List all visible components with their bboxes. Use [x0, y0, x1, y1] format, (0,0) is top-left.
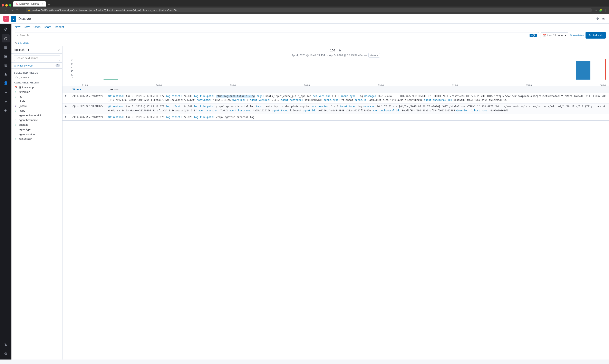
sidebar-item-recently-viewed[interactable]: ⏱ — [2, 25, 10, 33]
kibana-logo: K — [3, 16, 9, 22]
expand-row-1-button[interactable]: ▶ — [65, 94, 67, 97]
back-button[interactable]: ← — [4, 8, 9, 12]
refresh-icon: ↻ — [589, 34, 591, 37]
results-table: Time ▼ _source — [63, 86, 609, 121]
sidebar-item-dashboard[interactable]: ▣ — [2, 52, 10, 60]
time-column-header[interactable]: Time ▼ — [70, 86, 106, 93]
panel-collapse-button[interactable]: ◁ — [58, 48, 60, 52]
refresh-button[interactable]: ↻ Refresh — [585, 32, 606, 39]
expand-row-2-button[interactable]: ▶ — [65, 105, 67, 107]
extensions-icon[interactable]: 🧩 — [599, 9, 602, 12]
kibana-app: K D Discover ⚙ ✉ ⏱ ◎ ▦ ▣ ⊞ ♟ 👤 ⌁ ⏚ ◈ ↻ ⚙ — [0, 14, 609, 360]
tab-close-button[interactable]: ✕ — [41, 3, 43, 5]
share-button[interactable]: Share — [44, 25, 51, 28]
sidebar-item-settings[interactable]: ⚙ — [2, 350, 10, 358]
field-name-agent-ephemeral-id: agent.ephemeral_id — [19, 114, 42, 117]
address-bar[interactable]: 🔒 localhost:5601/app/kibana#/discover?_g… — [26, 8, 592, 12]
field-item-agent-type[interactable]: t agent.type — [14, 127, 60, 132]
bookmark-icon[interactable]: ☆ — [595, 9, 597, 12]
time-picker[interactable]: 📅 Last 24 hours ▾ — [541, 32, 568, 38]
source-column-header[interactable]: _source — [106, 86, 609, 93]
settings-icon-btn[interactable]: ⚙ — [595, 16, 600, 21]
tab-favicon: K — [16, 2, 18, 5]
top-bar-actions: ⚙ ✉ — [595, 16, 606, 21]
auto-interval-select[interactable]: Auto ▾ — [368, 53, 380, 58]
field-item-timestamp[interactable]: 📅 @timestamp — [14, 85, 60, 90]
source-key-agent-hostname-1: agent.hostname: — [281, 99, 303, 101]
field-item-score[interactable]: # _score — [14, 104, 60, 108]
sidebar-item-uptime[interactable]: ↻ — [2, 341, 10, 349]
menu-icon[interactable]: ⋮ — [604, 9, 607, 12]
close-dot[interactable] — [2, 4, 4, 7]
discover-body: logstash-* ▾ ◁ ⊙ Filter by type 0 Select… — [12, 46, 609, 360]
sort-icon: ▼ — [80, 88, 82, 91]
chart-bars — [74, 59, 606, 84]
sidebar-item-maps[interactable]: ♟ — [2, 70, 10, 78]
sidebar-item-ml[interactable]: 👤 — [2, 79, 10, 87]
sidebar-item-logs[interactable]: ⏚ — [2, 97, 10, 105]
sidebar-item-visualize[interactable]: ▦ — [2, 43, 10, 52]
minimize-dot[interactable] — [5, 4, 8, 7]
reload-button[interactable]: ↻ — [15, 8, 20, 12]
calendar-icon: 📅 — [543, 34, 546, 37]
index-pattern-selector[interactable]: logstash-* ▾ ◁ — [12, 46, 62, 54]
sidebar-item-discover[interactable]: ◎ — [2, 34, 10, 42]
kql-badge[interactable]: KQL — [529, 34, 537, 37]
maximize-dot[interactable] — [9, 4, 12, 7]
content-area: New Save Open Share Inspect ≡ KQL 📅 Last… — [12, 24, 609, 360]
field-name-id: _id — [19, 95, 22, 98]
browser-tab[interactable]: K Discover - Kibana ✕ — [13, 1, 46, 7]
field-item-type[interactable]: t _type — [14, 108, 60, 113]
filter-type-label: Filter by type — [17, 64, 32, 67]
y-label-100: 100 — [69, 59, 73, 62]
sidebar-item-canvas[interactable]: ⊞ — [2, 61, 10, 69]
field-item-ecs-version[interactable]: t ecs.version — [14, 136, 60, 141]
field-item-index[interactable]: t _index — [14, 99, 60, 104]
sidebar-item-infrastructure[interactable]: ⌁ — [2, 88, 10, 96]
field-item-version[interactable]: t @version — [14, 90, 60, 94]
sidebar-item-apm[interactable]: ◈ — [2, 106, 10, 114]
chart-bars-area: 21:00 00:00 03:00 06:00 09:00 12:00 15:0… — [74, 59, 606, 84]
table-row: ▶ Apr 5, 2020 @ 17:05:10.676 @timestamp:… — [63, 114, 609, 120]
new-tab-button[interactable]: + — [47, 3, 51, 7]
expand-row-3-button[interactable]: ▶ — [65, 115, 67, 118]
source-key-atversion-1: @version: — [232, 99, 245, 101]
filter-icon: ⊙ — [15, 42, 17, 45]
app-icon-text: D — [13, 17, 14, 20]
search-box[interactable]: ≡ KQL — [15, 32, 539, 38]
results-tbody: ▶ Apr 5, 2020 @ 17:05:10.677 @timestamp:… — [63, 93, 609, 120]
agent-hostname-type-icon: t — [15, 119, 18, 122]
open-button[interactable]: Open — [33, 25, 41, 28]
field-item-agent-hostname[interactable]: t agent.hostname — [14, 118, 60, 122]
field-item-agent-version[interactable]: t agent.version — [14, 132, 60, 136]
field-item-agent-ephemeral-id[interactable]: t agent.ephemeral_id — [14, 113, 60, 118]
field-item-source[interactable]: </> _source — [14, 75, 60, 79]
field-item-agent-id[interactable]: t agent.id — [14, 122, 60, 127]
save-button[interactable]: Save — [24, 25, 30, 28]
field-item-id[interactable]: t _id — [14, 94, 60, 99]
y-label-40: 40 — [71, 70, 73, 72]
add-filter-button[interactable]: + Add filter — [18, 42, 30, 45]
home-button[interactable]: ⌂ — [21, 8, 24, 12]
search-input[interactable] — [20, 34, 529, 37]
forward-button[interactable]: → — [10, 8, 14, 12]
source-key-timestamp: @timestamp: — [108, 95, 124, 98]
browser-actions: ☆ 🧩 ⋮ — [595, 9, 607, 12]
filter-type-icon: ⊙ — [14, 64, 16, 67]
new-button[interactable]: New — [15, 25, 20, 28]
field-search-input[interactable] — [14, 55, 60, 61]
field-name-agent-version: agent.version — [19, 133, 35, 136]
expand-column-header — [63, 86, 70, 93]
histogram-header: 100 hits — [66, 49, 606, 52]
show-dates-button[interactable]: Show dates — [570, 34, 584, 37]
expand-cell-3: ▶ — [63, 114, 70, 120]
version-type-icon: t — [15, 91, 18, 93]
toolbar: New Save Open Share Inspect — [12, 24, 609, 30]
results-area[interactable]: Time ▼ _source — [63, 86, 609, 360]
chart-y-axis: 100 80 60 40 20 0 — [66, 59, 74, 79]
left-panel: logstash-* ▾ ◁ ⊙ Filter by type 0 Select… — [12, 46, 63, 360]
filter-by-type[interactable]: ⊙ Filter by type 0 — [12, 63, 62, 68]
auto-chevron-icon: ▾ — [377, 54, 378, 57]
inspect-button[interactable]: Inspect — [55, 25, 64, 28]
notifications-icon-btn[interactable]: ✉ — [601, 16, 606, 21]
